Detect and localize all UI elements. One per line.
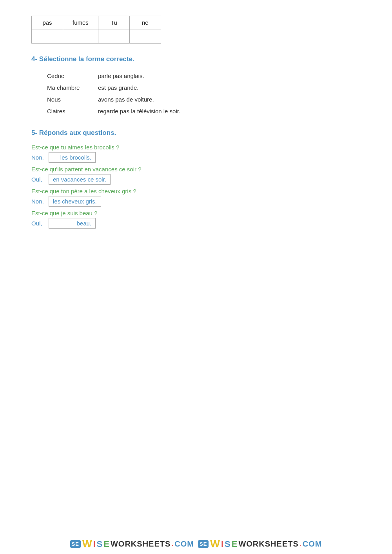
answer-prefix: Oui, [31,176,47,183]
question-block: Est-ce qu'ils partent en vacances ce soi… [31,166,361,185]
logo-badge-1: SE [70,540,81,548]
question-block: Est-ce que je suis beau ?Oui,beau. [31,210,361,229]
footer-logo-1: SEWISEWORKSHEETS.COM [70,538,194,550]
section4-list: Cèdricparle pas anglais.Ma chambreest pa… [31,70,361,117]
word-table: pasfumesTune [31,16,161,44]
bullet-item: Clairesregarde pas la télévision le soir… [47,105,361,117]
answer-prefix: Non, [31,154,47,161]
answer-prefix: Non, [31,198,47,205]
section5-title: 5- Réponds aux questions. [31,129,361,137]
answer-box[interactable]: les cheveux gris. [49,196,101,207]
bullet-subject: Cèdric [47,70,98,82]
answer-box[interactable]: les brocolis. [49,152,96,163]
question-block: Est-ce que tu aimes les brocolis ?Non,le… [31,144,361,163]
section5: 5- Réponds aux questions. Est-ce que tu … [31,129,361,229]
bullet-predicate: regarde pas la télévision le soir. [98,105,180,117]
table-cell: pas [32,16,63,29]
footer: SEWISEWORKSHEETS.COM SEWISEWORKSHEETS.CO… [0,534,392,554]
table-cell: Tu [98,16,129,29]
question-text: Est-ce que tu aimes les brocolis ? [31,144,361,151]
answer-row: Non,les cheveux gris. [31,196,361,207]
table-cell-empty [98,29,129,44]
bullet-subject: Ma chambre [47,82,98,94]
answer-box[interactable]: en vacances ce soir. [49,174,111,185]
footer-logo-2: SEWISEWORKSHEETS.COM [198,538,322,550]
bullet-item: Nousavons pas de voiture. [47,94,361,105]
bullet-subject: Nous [47,94,98,105]
page-content: pasfumesTune 4- Sélectionne la forme cor… [0,0,392,263]
table-cell-empty [32,29,63,44]
answer-row: Oui,beau. [31,218,361,229]
bullet-item: Cèdricparle pas anglais. [47,70,361,82]
answer-row: Oui,en vacances ce soir. [31,174,361,185]
answer-row: Non,les brocolis. [31,152,361,163]
question-block: Est-ce que ton père a les cheveux gris ?… [31,188,361,207]
bullet-predicate: parle pas anglais. [98,70,144,82]
question-text: Est-ce que ton père a les cheveux gris ? [31,188,361,194]
bullet-predicate: avons pas de voiture. [98,94,154,105]
bullet-predicate: est pas grande. [98,82,138,94]
answer-box[interactable]: beau. [49,218,96,229]
question-text: Est-ce que je suis beau ? [31,210,361,216]
question-text: Est-ce qu'ils partent en vacances ce soi… [31,166,361,173]
table-cell: fumes [63,16,98,29]
bullet-subject: Claires [47,105,98,117]
table-cell-empty [129,29,161,44]
section4-title: 4- Sélectionne la forme correcte. [31,55,361,63]
answer-prefix: Oui, [31,220,47,227]
logo-badge-2: SE [198,540,209,548]
table-cell-empty [63,29,98,44]
table-cell: ne [129,16,161,29]
bullet-item: Ma chambreest pas grande. [47,82,361,94]
section4: 4- Sélectionne la forme correcte. Cèdric… [31,55,361,117]
